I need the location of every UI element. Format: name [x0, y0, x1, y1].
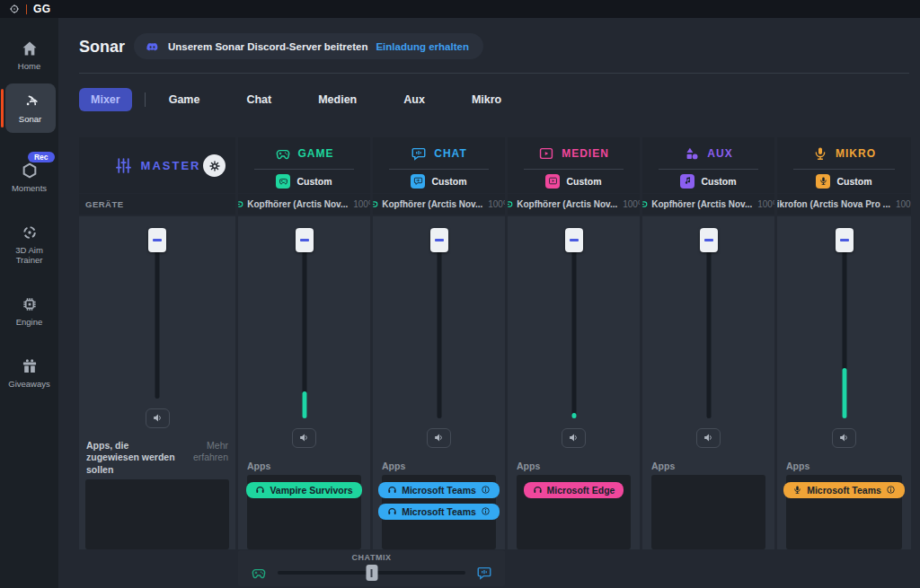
channel-name: AUX: [707, 147, 732, 160]
slider-handle[interactable]: [700, 228, 718, 252]
medien-mute-button[interactable]: [562, 428, 586, 448]
master-settings-button[interactable]: [203, 154, 226, 177]
level-meter: [571, 413, 576, 418]
speaker-icon: [152, 412, 164, 424]
titlebar-divider: [26, 4, 27, 14]
tab-aux[interactable]: Aux: [393, 88, 436, 111]
microphone-icon: [792, 485, 802, 495]
mikro-apps-box[interactable]: Microsoft Teams: [786, 475, 902, 549]
tab-medien[interactable]: Medien: [307, 88, 367, 111]
aux-device[interactable]: Kopfhörer (Arctis Nov... 100%: [642, 194, 774, 215]
info-icon[interactable]: [886, 485, 896, 495]
aux-header: AUX Custom: [642, 137, 774, 193]
medien-preset-selector[interactable]: Custom: [508, 170, 640, 192]
slider-track[interactable]: [437, 239, 441, 418]
slider-track[interactable]: [842, 239, 846, 418]
tab-game[interactable]: Game: [158, 88, 211, 111]
headphones-icon: [255, 485, 265, 495]
device-name: Kopfhörer (Arctis Nov...: [651, 199, 752, 209]
slider-track[interactable]: [571, 239, 576, 418]
discord-invite-link[interactable]: Einladung erhalten: [376, 41, 469, 52]
slider-handle[interactable]: [296, 228, 314, 252]
level-meter: [842, 368, 846, 418]
chat-mute-button[interactable]: [427, 428, 451, 448]
link-icon: [508, 198, 513, 210]
assigned-apps-label: Apps, die zugewiesen werden sollen: [86, 440, 175, 477]
chat-preset-selector[interactable]: Custom: [373, 170, 505, 192]
gamepad-icon: [251, 565, 267, 581]
slider-track[interactable]: [302, 239, 306, 418]
tab-mixer[interactable]: Mixer: [79, 88, 132, 111]
chatmix-handle[interactable]: [366, 565, 377, 581]
chatmix-slider[interactable]: [278, 571, 465, 575]
rec-badge: Rec: [28, 152, 55, 162]
app-chip-label: Microsoft Teams: [402, 485, 476, 496]
master-mute-button[interactable]: [146, 408, 170, 427]
app-chip-vampire-survivors[interactable]: Vampire Survivors: [246, 482, 361, 498]
master-channel-body: Apps, die zugewiesen werden sollen Mehr …: [79, 216, 235, 549]
slider-handle[interactable]: [836, 228, 854, 252]
discord-banner[interactable]: Unserem Sonar Discord-Server beitreten E…: [134, 33, 483, 59]
chat-bubble-icon: [476, 565, 492, 581]
slider-handle[interactable]: [430, 228, 448, 252]
mikro-mute-button[interactable]: [832, 428, 856, 448]
game-volume-slider[interactable]: [296, 228, 314, 418]
chat-channel-body: Apps Microsoft Teams Microsoft Teams: [373, 216, 505, 549]
app-chip-microsoft-teams[interactable]: Microsoft Teams: [378, 504, 500, 520]
game-mute-button[interactable]: [292, 428, 316, 448]
app-chip-microsoft-teams[interactable]: Microsoft Teams: [783, 482, 905, 498]
game-preset-selector[interactable]: Custom: [238, 170, 370, 192]
sidebar-item-label: Home: [18, 61, 40, 71]
medien-volume-slider[interactable]: [565, 228, 583, 418]
mikro-preset-selector[interactable]: Custom: [777, 170, 911, 192]
master-volume-slider[interactable]: [148, 228, 166, 399]
slider-handle[interactable]: [148, 228, 166, 252]
more-info-link[interactable]: Mehr erfahren: [182, 440, 228, 477]
sidebar-item-home[interactable]: Home: [3, 34, 57, 76]
sidebar-item-moments[interactable]: Rec Moments: [3, 156, 57, 198]
master-label: MASTER: [141, 159, 201, 172]
device-volume: 100%: [757, 199, 774, 209]
link-icon: [238, 198, 243, 210]
slider-handle[interactable]: [565, 228, 583, 252]
titlebar: GG: [0, 0, 920, 18]
app-chip-microsoft-teams[interactable]: Microsoft Teams: [378, 482, 500, 498]
tab-chat[interactable]: Chat: [235, 88, 282, 111]
tab-mikro[interactable]: Mikro: [461, 88, 512, 111]
sidebar-item-label: Engine: [16, 317, 43, 327]
media-play-icon: [538, 145, 554, 162]
chat-device[interactable]: Kopfhörer (Arctis Nov... 100%: [373, 194, 505, 215]
sidebar-item-3d-aim-trainer[interactable]: 3D Aim Trainer: [3, 218, 57, 270]
medien-device[interactable]: Kopfhörer (Arctis Nov... 100%: [508, 194, 640, 215]
preset-label: Custom: [836, 176, 871, 187]
aux-mute-button[interactable]: [696, 428, 721, 448]
mikro-volume-slider[interactable]: [836, 228, 854, 418]
aux-apps-box[interactable]: [651, 475, 765, 549]
steelseries-logo-icon: [9, 4, 20, 14]
device-volume: 100%: [896, 199, 911, 209]
chat-volume-slider[interactable]: [430, 228, 448, 418]
apps-label: Apps: [373, 448, 505, 475]
speaker-icon: [568, 432, 579, 443]
app-chip-microsoft-edge[interactable]: Microsoft Edge: [524, 482, 624, 498]
game-device[interactable]: Kopfhörer (Arctis Nov... 100%: [238, 194, 370, 215]
slider-track[interactable]: [706, 239, 711, 418]
aux-preset-selector[interactable]: Custom: [642, 170, 774, 192]
sidebar-item-label: Giveaways: [8, 379, 49, 389]
mikro-device[interactable]: Mikrofon (Arctis Nova Pro ... 100%: [777, 194, 911, 215]
master-apps-box[interactable]: [85, 479, 229, 549]
info-icon[interactable]: [481, 485, 491, 495]
aux-volume-slider[interactable]: [700, 228, 718, 418]
slider-track[interactable]: [155, 239, 160, 399]
chat-apps-box[interactable]: Microsoft Teams Microsoft Teams: [382, 475, 496, 549]
sidebar-item-sonar[interactable]: Sonar: [5, 83, 56, 133]
sidebar-item-giveaways[interactable]: Giveaways: [3, 352, 57, 394]
preset-label: Custom: [701, 176, 736, 187]
game-apps-box[interactable]: Vampire Survivors: [247, 475, 361, 549]
aux-shapes-icon: [684, 145, 700, 162]
sidebar-item-engine[interactable]: Engine: [3, 290, 57, 332]
discord-icon: [145, 40, 160, 53]
app-chip-label: Microsoft Edge: [547, 485, 615, 496]
medien-apps-box[interactable]: Microsoft Edge: [517, 475, 631, 549]
info-icon[interactable]: [481, 506, 491, 516]
